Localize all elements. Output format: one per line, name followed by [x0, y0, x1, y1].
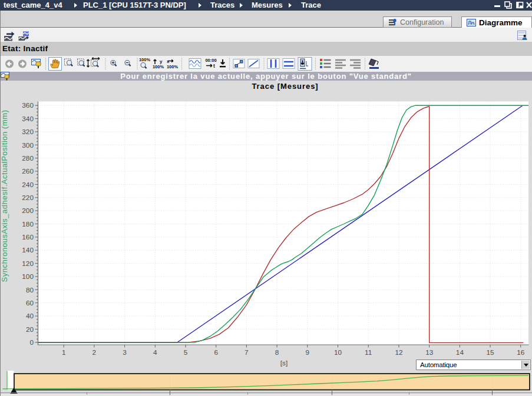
svg-text:x: x [167, 59, 170, 64]
svg-text:100%: 100% [167, 64, 179, 69]
svg-text:220: 220 [22, 194, 34, 202]
svg-text:11: 11 [365, 348, 372, 357]
svg-text:100%: 100% [139, 57, 151, 62]
svg-text:0: 0 [29, 338, 34, 347]
svg-text:6: 6 [214, 348, 218, 357]
svg-text:00:00: 00:00 [205, 58, 216, 63]
svg-text:300: 300 [22, 141, 34, 149]
svg-text:20: 20 [26, 325, 34, 334]
svg-text:120: 120 [22, 259, 34, 268]
svg-text:180: 180 [22, 220, 34, 228]
svg-text:40: 40 [26, 312, 34, 320]
svg-text:10: 10 [334, 348, 342, 357]
svg-text:12: 12 [395, 348, 402, 357]
svg-text:8: 8 [275, 348, 279, 357]
svg-text:14: 14 [456, 348, 464, 357]
svg-text:SynchronousAxis_adhesif.Actual: SynchronousAxis_adhesif.ActualPosition (… [0, 109, 9, 282]
svg-text:16: 16 [517, 348, 525, 357]
svg-text:2: 2 [92, 348, 97, 357]
svg-text:5: 5 [184, 348, 188, 357]
svg-text:7: 7 [244, 348, 249, 357]
svg-text:160: 160 [22, 233, 34, 241]
svg-text:15: 15 [487, 348, 495, 357]
svg-text:80: 80 [26, 286, 34, 294]
svg-text:320: 320 [22, 128, 34, 136]
svg-text:3: 3 [123, 348, 127, 357]
svg-text:240: 240 [22, 181, 34, 189]
svg-text:360: 360 [22, 101, 34, 109]
svg-text:340: 340 [22, 115, 34, 123]
svg-text:t: t [213, 63, 215, 69]
svg-text:140: 140 [22, 246, 34, 254]
svg-text:[s]: [s] [280, 359, 288, 367]
svg-text:260: 260 [22, 167, 34, 175]
svg-text:60: 60 [26, 299, 34, 307]
svg-text:9: 9 [306, 348, 310, 357]
svg-text:280: 280 [22, 154, 34, 162]
svg-text:4: 4 [153, 348, 157, 357]
svg-text:13: 13 [425, 348, 434, 357]
svg-text:1: 1 [62, 348, 66, 357]
svg-text:100%: 100% [153, 64, 164, 69]
svg-text:100: 100 [22, 272, 34, 281]
svg-text:200: 200 [22, 207, 34, 215]
